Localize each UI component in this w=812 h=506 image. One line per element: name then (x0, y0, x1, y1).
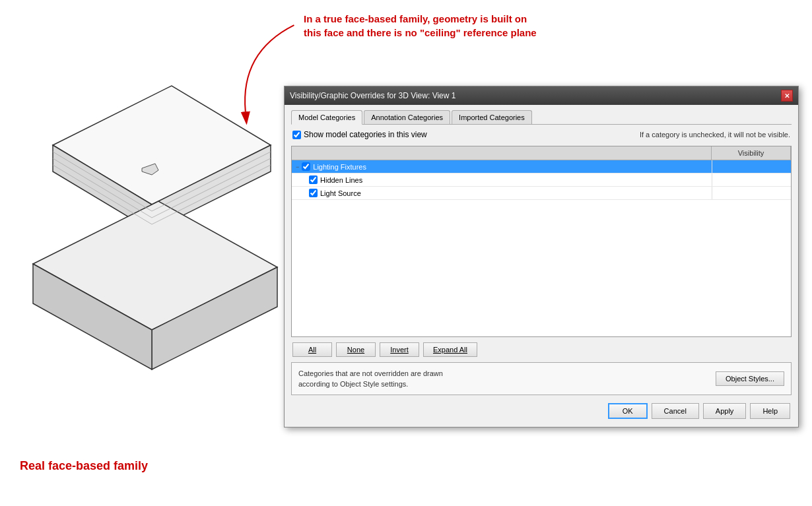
table-row[interactable]: Hidden Lines (292, 174, 791, 187)
row-name: Hidden Lines (320, 176, 362, 184)
drawing-area (13, 66, 290, 429)
info-text: Categories that are not overridden are d… (298, 368, 709, 390)
annotation-line2: this face and there is no "ceiling" refe… (304, 27, 537, 38)
dialog-window: Visibility/Graphic Overrides for 3D View… (284, 86, 799, 427)
expand-icon[interactable]: − (296, 164, 299, 170)
tab-imported-categories[interactable]: Imported Categories (452, 110, 532, 124)
bottom-label-text: Real face-based family (20, 459, 148, 472)
dialog-body: Model Categories Annotation Categories I… (285, 105, 798, 427)
close-button[interactable]: ✕ (781, 90, 793, 102)
row-checkbox[interactable] (309, 175, 318, 184)
cancel-button[interactable]: Cancel (652, 403, 699, 419)
tabs-container: Model Categories Annotation Categories I… (291, 110, 792, 125)
bottom-label: Real face-based family (20, 459, 148, 473)
annotation-line1: In a true face-based family, geometry is… (304, 13, 527, 24)
info-section: Categories that are not overridden are d… (291, 362, 792, 395)
table-header: Visibility (292, 146, 791, 160)
table-row[interactable]: − Lighting Fixtures (292, 160, 791, 174)
row-checkbox[interactable] (309, 189, 318, 197)
annotation-text: In a true face-based family, geometry is… (304, 12, 621, 40)
invert-button[interactable]: Invert (380, 342, 419, 357)
show-categories-row: Show model categories in this view If a … (291, 130, 792, 139)
show-categories-left: Show model categories in this view (292, 130, 427, 139)
tab-annotation-categories[interactable]: Annotation Categories (364, 110, 450, 124)
visibility-table[interactable]: Visibility − Lighting Fixtures Hidden Li… (291, 146, 792, 337)
row-vis-cell (712, 187, 791, 199)
table-row[interactable]: Light Source (292, 187, 791, 200)
name-column-header (292, 146, 712, 160)
row-vis-cell (712, 160, 791, 173)
object-styles-button[interactable]: Object Styles... (716, 371, 784, 386)
row-name: Lighting Fixtures (313, 163, 366, 171)
visibility-column-header: Visibility (712, 146, 791, 160)
apply-button[interactable]: Apply (703, 403, 747, 419)
none-button[interactable]: None (336, 342, 376, 357)
ok-button[interactable]: OK (608, 403, 648, 419)
dialog-footer: OK Cancel Apply Help (291, 400, 792, 420)
help-button[interactable]: Help (750, 403, 790, 419)
bottom-buttons: All None Invert Expand All (291, 342, 792, 357)
row-name-cell: Light Source (292, 187, 712, 199)
dialog-title: Visibility/Graphic Overrides for 3D View… (290, 91, 456, 100)
dialog-titlebar: Visibility/Graphic Overrides for 3D View… (285, 86, 798, 105)
row-vis-cell (712, 174, 791, 186)
row-name-cell: − Lighting Fixtures (292, 160, 712, 173)
info-right-text: If a category is unchecked, it will not … (640, 131, 790, 139)
tab-model-categories[interactable]: Model Categories (291, 110, 362, 125)
show-categories-label: Show model categories in this view (304, 130, 427, 139)
all-button[interactable]: All (292, 342, 332, 357)
show-categories-checkbox[interactable] (292, 131, 301, 139)
row-name: Light Source (320, 189, 361, 197)
row-checkbox[interactable] (302, 162, 310, 171)
expand-all-button[interactable]: Expand All (423, 342, 477, 357)
row-name-cell: Hidden Lines (292, 174, 712, 186)
